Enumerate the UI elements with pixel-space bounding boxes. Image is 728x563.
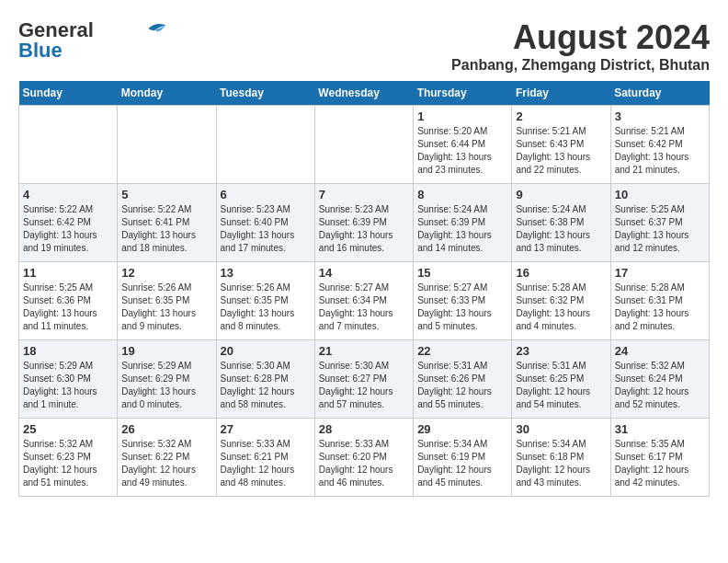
weekday-saturday: Saturday bbox=[610, 81, 709, 106]
day-number: 1 bbox=[417, 109, 507, 123]
logo-bird-icon bbox=[142, 20, 169, 37]
calendar-cell: 26Sunrise: 5:32 AM Sunset: 6:22 PM Dayli… bbox=[118, 419, 216, 497]
day-number: 31 bbox=[615, 422, 705, 436]
calendar-cell: 7Sunrise: 5:23 AM Sunset: 6:39 PM Daylig… bbox=[314, 184, 413, 262]
calendar-cell: 16Sunrise: 5:28 AM Sunset: 6:32 PM Dayli… bbox=[512, 262, 610, 340]
day-info: Sunrise: 5:35 AM Sunset: 6:17 PM Dayligh… bbox=[615, 438, 705, 489]
calendar-cell: 13Sunrise: 5:26 AM Sunset: 6:35 PM Dayli… bbox=[216, 262, 314, 340]
day-number: 6 bbox=[221, 188, 311, 201]
day-number: 27 bbox=[221, 422, 311, 436]
day-info: Sunrise: 5:24 AM Sunset: 6:38 PM Dayligh… bbox=[516, 203, 606, 255]
day-number: 4 bbox=[23, 188, 113, 201]
main-title: August 2024 bbox=[451, 18, 710, 57]
day-info: Sunrise: 5:23 AM Sunset: 6:39 PM Dayligh… bbox=[319, 203, 409, 255]
calendar-cell: 1Sunrise: 5:20 AM Sunset: 6:44 PM Daylig… bbox=[414, 106, 512, 184]
day-number: 19 bbox=[121, 344, 211, 358]
calendar-cell: 2Sunrise: 5:21 AM Sunset: 6:43 PM Daylig… bbox=[512, 106, 610, 184]
calendar-week-2: 11Sunrise: 5:25 AM Sunset: 6:36 PM Dayli… bbox=[19, 262, 710, 340]
day-number: 26 bbox=[121, 422, 211, 436]
day-info: Sunrise: 5:32 AM Sunset: 6:23 PM Dayligh… bbox=[23, 438, 113, 489]
day-number: 5 bbox=[121, 188, 211, 201]
day-number: 25 bbox=[23, 422, 113, 436]
day-number: 18 bbox=[23, 344, 113, 358]
calendar-cell: 31Sunrise: 5:35 AM Sunset: 6:17 PM Dayli… bbox=[610, 419, 709, 497]
calendar-week-4: 25Sunrise: 5:32 AM Sunset: 6:23 PM Dayli… bbox=[19, 419, 710, 497]
day-number: 15 bbox=[417, 266, 507, 280]
calendar-cell bbox=[216, 106, 314, 184]
day-number: 22 bbox=[417, 344, 507, 358]
subtitle: Panbang, Zhemgang District, Bhutan bbox=[451, 57, 710, 74]
calendar-cell: 6Sunrise: 5:23 AM Sunset: 6:40 PM Daylig… bbox=[216, 184, 314, 262]
calendar-cell: 4Sunrise: 5:22 AM Sunset: 6:42 PM Daylig… bbox=[19, 184, 118, 262]
day-info: Sunrise: 5:28 AM Sunset: 6:32 PM Dayligh… bbox=[516, 282, 606, 333]
day-info: Sunrise: 5:23 AM Sunset: 6:40 PM Dayligh… bbox=[221, 203, 311, 255]
day-number: 17 bbox=[615, 266, 705, 280]
day-info: Sunrise: 5:25 AM Sunset: 6:37 PM Dayligh… bbox=[615, 203, 705, 255]
day-number: 8 bbox=[417, 188, 507, 201]
day-info: Sunrise: 5:29 AM Sunset: 6:29 PM Dayligh… bbox=[121, 360, 211, 411]
day-info: Sunrise: 5:28 AM Sunset: 6:31 PM Dayligh… bbox=[615, 282, 705, 333]
day-info: Sunrise: 5:27 AM Sunset: 6:34 PM Dayligh… bbox=[319, 282, 409, 333]
weekday-header-row: SundayMondayTuesdayWednesdayThursdayFrid… bbox=[19, 81, 710, 106]
day-info: Sunrise: 5:30 AM Sunset: 6:27 PM Dayligh… bbox=[319, 360, 409, 411]
day-info: Sunrise: 5:34 AM Sunset: 6:18 PM Dayligh… bbox=[516, 438, 606, 489]
weekday-wednesday: Wednesday bbox=[314, 81, 413, 106]
calendar-cell: 8Sunrise: 5:24 AM Sunset: 6:39 PM Daylig… bbox=[414, 184, 512, 262]
weekday-thursday: Thursday bbox=[414, 81, 512, 106]
day-number: 30 bbox=[516, 422, 606, 436]
calendar-cell: 29Sunrise: 5:34 AM Sunset: 6:19 PM Dayli… bbox=[414, 419, 512, 497]
day-number: 29 bbox=[417, 422, 507, 436]
calendar-cell: 9Sunrise: 5:24 AM Sunset: 6:38 PM Daylig… bbox=[512, 184, 610, 262]
day-number: 7 bbox=[319, 188, 409, 201]
page-header: General Blue August 2024 Panbang, Zhemga… bbox=[18, 18, 710, 74]
day-info: Sunrise: 5:33 AM Sunset: 6:21 PM Dayligh… bbox=[221, 438, 311, 489]
day-number: 28 bbox=[319, 422, 409, 436]
day-info: Sunrise: 5:34 AM Sunset: 6:19 PM Dayligh… bbox=[417, 438, 507, 489]
calendar-cell: 23Sunrise: 5:31 AM Sunset: 6:25 PM Dayli… bbox=[512, 340, 610, 419]
day-info: Sunrise: 5:24 AM Sunset: 6:39 PM Dayligh… bbox=[417, 203, 507, 255]
day-number: 16 bbox=[516, 266, 606, 280]
day-number: 12 bbox=[121, 266, 211, 280]
day-info: Sunrise: 5:22 AM Sunset: 6:42 PM Dayligh… bbox=[23, 203, 113, 255]
day-info: Sunrise: 5:27 AM Sunset: 6:33 PM Dayligh… bbox=[417, 282, 507, 333]
calendar-cell: 27Sunrise: 5:33 AM Sunset: 6:21 PM Dayli… bbox=[216, 419, 314, 497]
day-number: 3 bbox=[615, 109, 705, 123]
day-info: Sunrise: 5:20 AM Sunset: 6:44 PM Dayligh… bbox=[417, 125, 507, 177]
day-number: 10 bbox=[615, 188, 705, 201]
calendar-cell: 10Sunrise: 5:25 AM Sunset: 6:37 PM Dayli… bbox=[610, 184, 709, 262]
calendar-cell: 24Sunrise: 5:32 AM Sunset: 6:24 PM Dayli… bbox=[610, 340, 709, 419]
calendar-cell bbox=[19, 106, 118, 184]
calendar-body: 1Sunrise: 5:20 AM Sunset: 6:44 PM Daylig… bbox=[19, 106, 710, 497]
calendar-cell: 14Sunrise: 5:27 AM Sunset: 6:34 PM Dayli… bbox=[314, 262, 413, 340]
calendar-cell: 22Sunrise: 5:31 AM Sunset: 6:26 PM Dayli… bbox=[414, 340, 512, 419]
day-number: 21 bbox=[319, 344, 409, 358]
day-info: Sunrise: 5:31 AM Sunset: 6:25 PM Dayligh… bbox=[516, 360, 606, 411]
calendar-cell: 3Sunrise: 5:21 AM Sunset: 6:42 PM Daylig… bbox=[610, 106, 709, 184]
calendar-week-3: 18Sunrise: 5:29 AM Sunset: 6:30 PM Dayli… bbox=[19, 340, 710, 419]
day-info: Sunrise: 5:33 AM Sunset: 6:20 PM Dayligh… bbox=[319, 438, 409, 489]
day-info: Sunrise: 5:25 AM Sunset: 6:36 PM Dayligh… bbox=[23, 282, 113, 333]
calendar-cell: 21Sunrise: 5:30 AM Sunset: 6:27 PM Dayli… bbox=[314, 340, 413, 419]
day-info: Sunrise: 5:32 AM Sunset: 6:24 PM Dayligh… bbox=[615, 360, 705, 411]
day-number: 20 bbox=[221, 344, 311, 358]
calendar-cell: 20Sunrise: 5:30 AM Sunset: 6:28 PM Dayli… bbox=[216, 340, 314, 419]
day-number: 2 bbox=[516, 109, 606, 123]
title-area: August 2024 Panbang, Zhemgang District, … bbox=[451, 18, 710, 74]
day-info: Sunrise: 5:30 AM Sunset: 6:28 PM Dayligh… bbox=[221, 360, 311, 411]
weekday-monday: Monday bbox=[118, 81, 216, 106]
calendar-cell bbox=[118, 106, 216, 184]
day-info: Sunrise: 5:26 AM Sunset: 6:35 PM Dayligh… bbox=[121, 282, 211, 333]
calendar-cell: 18Sunrise: 5:29 AM Sunset: 6:30 PM Dayli… bbox=[19, 340, 118, 419]
calendar-cell: 30Sunrise: 5:34 AM Sunset: 6:18 PM Dayli… bbox=[512, 419, 610, 497]
calendar-cell: 11Sunrise: 5:25 AM Sunset: 6:36 PM Dayli… bbox=[19, 262, 118, 340]
calendar-cell: 15Sunrise: 5:27 AM Sunset: 6:33 PM Dayli… bbox=[414, 262, 512, 340]
calendar-cell: 17Sunrise: 5:28 AM Sunset: 6:31 PM Dayli… bbox=[610, 262, 709, 340]
day-number: 23 bbox=[516, 344, 606, 358]
day-number: 14 bbox=[319, 266, 409, 280]
day-info: Sunrise: 5:26 AM Sunset: 6:35 PM Dayligh… bbox=[221, 282, 311, 333]
calendar-cell: 5Sunrise: 5:22 AM Sunset: 6:41 PM Daylig… bbox=[118, 184, 216, 262]
day-info: Sunrise: 5:29 AM Sunset: 6:30 PM Dayligh… bbox=[23, 360, 113, 411]
day-info: Sunrise: 5:21 AM Sunset: 6:43 PM Dayligh… bbox=[516, 125, 606, 177]
day-number: 11 bbox=[23, 266, 113, 280]
day-info: Sunrise: 5:32 AM Sunset: 6:22 PM Dayligh… bbox=[121, 438, 211, 489]
